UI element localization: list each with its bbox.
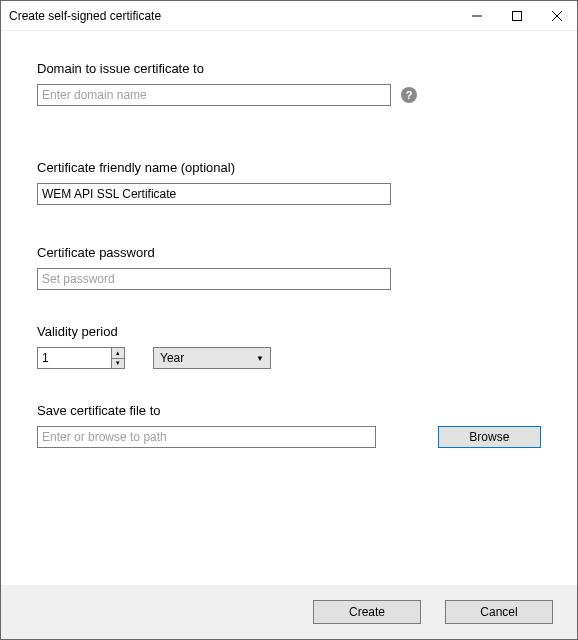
browse-button[interactable]: Browse [438, 426, 541, 448]
friendly-name-field-group: Certificate friendly name (optional) [37, 160, 541, 205]
password-label: Certificate password [37, 245, 541, 260]
friendly-name-label: Certificate friendly name (optional) [37, 160, 541, 175]
domain-field-group: Domain to issue certificate to ? [37, 61, 541, 106]
spinner-down-button[interactable]: ▼ [112, 359, 124, 369]
dialog-content: Domain to issue certificate to ? Certifi… [1, 31, 577, 585]
window-title: Create self-signed certificate [9, 9, 457, 23]
titlebar: Create self-signed certificate [1, 1, 577, 31]
save-path-input[interactable] [37, 426, 376, 448]
password-field-group: Certificate password [37, 245, 541, 290]
maximize-icon [512, 11, 522, 21]
validity-field-group: Validity period ▲ ▼ Year ▼ [37, 324, 541, 369]
save-path-field-group: Save certificate file to Browse [37, 403, 541, 448]
chevron-down-icon: ▼ [256, 354, 264, 363]
maximize-button[interactable] [497, 1, 537, 30]
create-button[interactable]: Create [313, 600, 421, 624]
svg-rect-1 [513, 11, 522, 20]
minimize-icon [472, 11, 482, 21]
cancel-button[interactable]: Cancel [445, 600, 553, 624]
minimize-button[interactable] [457, 1, 497, 30]
close-button[interactable] [537, 1, 577, 30]
help-icon[interactable]: ? [401, 87, 417, 103]
validity-number-input[interactable] [38, 348, 111, 368]
dialog-footer: Create Cancel [1, 585, 577, 639]
window-controls [457, 1, 577, 30]
domain-input[interactable] [37, 84, 391, 106]
validity-number-spinner[interactable]: ▲ ▼ [37, 347, 125, 369]
password-input[interactable] [37, 268, 391, 290]
domain-label: Domain to issue certificate to [37, 61, 541, 76]
validity-unit-value: Year [160, 351, 256, 365]
friendly-name-input[interactable] [37, 183, 391, 205]
close-icon [552, 11, 562, 21]
validity-label: Validity period [37, 324, 541, 339]
validity-unit-select[interactable]: Year ▼ [153, 347, 271, 369]
save-path-label: Save certificate file to [37, 403, 541, 418]
spinner-up-button[interactable]: ▲ [112, 348, 124, 359]
